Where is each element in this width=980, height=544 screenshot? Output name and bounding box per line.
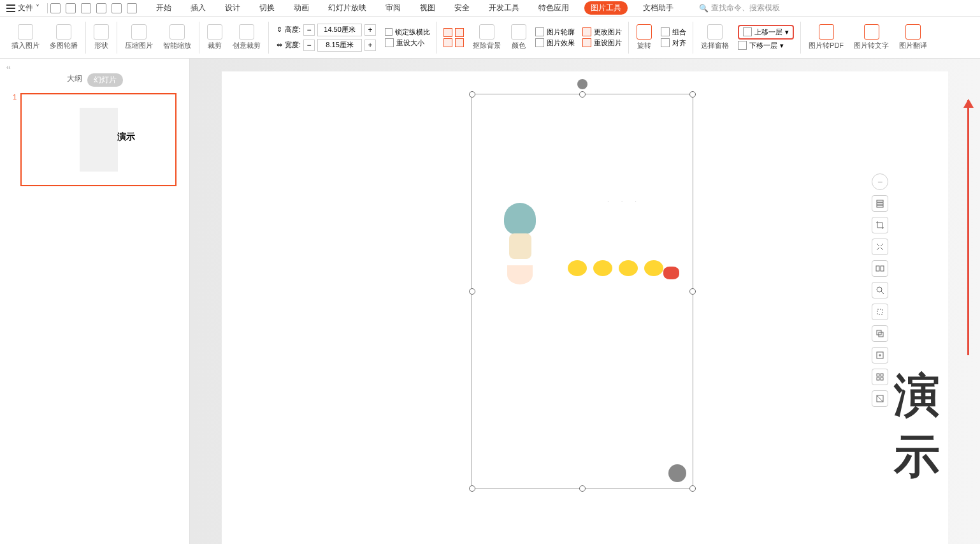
redo-icon[interactable]: [127, 3, 137, 13]
image-outline-button[interactable]: 图片轮廓: [535, 27, 575, 37]
height-input[interactable]: [317, 24, 362, 36]
bring-forward-button[interactable]: 上移一层▾: [738, 25, 794, 40]
send-backward-icon: [738, 41, 747, 50]
tab-review[interactable]: 审阅: [382, 1, 405, 15]
group-button[interactable]: 组合: [661, 27, 686, 37]
contrast-icon[interactable]: [455, 28, 464, 37]
quick-access-toolbar: [50, 3, 137, 13]
outline-tab[interactable]: 大纲: [67, 73, 82, 87]
tab-design[interactable]: 设计: [221, 1, 244, 15]
compress-button[interactable]: 压缩图片: [120, 24, 158, 50]
select-pane-button[interactable]: 选择窗格: [696, 24, 734, 50]
width-minus-button[interactable]: −: [303, 40, 315, 51]
float-copy-button[interactable]: [872, 325, 888, 342]
to-pdf-button[interactable]: 图片转PDF: [803, 24, 849, 50]
svg-point-5: [877, 287, 882, 292]
tab-transition[interactable]: 切换: [256, 1, 278, 15]
to-text-button[interactable]: 图片转文字: [849, 24, 894, 50]
tab-animation[interactable]: 动画: [290, 1, 313, 15]
tab-start[interactable]: 开始: [152, 1, 175, 15]
float-blank-button[interactable]: [872, 390, 888, 407]
remove-bg-button[interactable]: 抠除背景: [468, 24, 506, 50]
tab-security[interactable]: 安全: [450, 1, 473, 15]
canvas-area: . . . 演示 −: [190, 59, 980, 544]
insert-image-button[interactable]: 插入图片: [6, 24, 45, 50]
float-collapse-button[interactable]: −: [872, 173, 888, 190]
float-select-button[interactable]: [872, 304, 888, 320]
tab-doc-helper[interactable]: 文档助手: [639, 1, 677, 15]
float-export-button[interactable]: [872, 347, 888, 364]
collapse-button[interactable]: ‹‹: [0, 64, 189, 71]
sun-icon[interactable]: [443, 38, 452, 47]
float-expand-button[interactable]: [872, 239, 888, 255]
height-plus-button[interactable]: +: [364, 24, 376, 36]
preview-icon[interactable]: [81, 3, 91, 13]
selected-image[interactable]: . . .: [472, 94, 693, 489]
image-action-button[interactable]: [668, 464, 686, 482]
crop-button[interactable]: 裁剪: [202, 24, 227, 50]
shape-button[interactable]: 形状: [89, 24, 114, 50]
tab-special[interactable]: 特色应用: [535, 1, 573, 15]
slide-thumbnail[interactable]: 演示: [20, 93, 177, 186]
float-compare-button[interactable]: [872, 260, 888, 277]
creative-crop-button[interactable]: 创意裁剪: [227, 24, 266, 50]
hamburger-icon: [6, 8, 15, 9]
multi-outline-button[interactable]: 多图轮播: [45, 24, 83, 50]
height-minus-button[interactable]: −: [303, 24, 315, 36]
reset-size-icon: [385, 38, 394, 47]
resize-handle-tr[interactable]: [689, 91, 696, 98]
smart-scale-button[interactable]: 智能缩放: [158, 24, 196, 50]
tab-insert[interactable]: 插入: [187, 1, 210, 15]
rotate-button[interactable]: 旋转: [631, 24, 657, 50]
save-icon[interactable]: [50, 3, 61, 13]
change-image-button[interactable]: 更改图片: [582, 27, 622, 37]
align-button[interactable]: 对齐: [661, 38, 686, 48]
print-icon[interactable]: [66, 3, 76, 13]
resize-handle-br[interactable]: [689, 485, 696, 492]
tab-slideshow[interactable]: 幻灯片放映: [324, 1, 370, 15]
resize-handle-mr[interactable]: [689, 288, 696, 295]
search-icon[interactable]: [96, 3, 106, 13]
image-effect-button[interactable]: 图片效果: [535, 38, 575, 48]
width-plus-button[interactable]: +: [364, 40, 376, 51]
creative-crop-icon: [239, 24, 254, 40]
height-label: 高度:: [285, 25, 301, 34]
resize-handle-ml[interactable]: [469, 288, 475, 295]
ribbon-toolbar: 插入图片 多图轮播 形状 压缩图片 智能缩放 裁剪 创意裁剪 ⇕ 高度: − +: [0, 17, 980, 59]
search-box[interactable]: 🔍 查找命令、搜索模板: [699, 3, 780, 13]
bright-icon[interactable]: [443, 28, 452, 37]
scale-icon: [169, 24, 185, 40]
reset-size-button[interactable]: 重设大小: [385, 38, 430, 48]
resize-handle-tm[interactable]: [579, 91, 586, 98]
reset-image-icon: [582, 38, 591, 47]
resize-handle-tl[interactable]: [469, 91, 475, 98]
width-input[interactable]: [317, 39, 362, 52]
content-area: ‹‹ 大纲 幻灯片 1 演示: [0, 59, 980, 544]
resize-handle-bm[interactable]: [579, 485, 586, 492]
slide[interactable]: . . . 演示: [222, 71, 948, 544]
float-grid-button[interactable]: [872, 369, 888, 385]
big-text[interactable]: 演示: [894, 365, 948, 487]
file-menu[interactable]: 文件 ˅: [6, 3, 40, 13]
reset-image-button[interactable]: 重设图片: [582, 38, 622, 48]
color-button[interactable]: 颜色: [506, 24, 531, 50]
tab-image-tools[interactable]: 图片工具: [584, 1, 628, 15]
outline-icon: [535, 27, 544, 36]
translate-button[interactable]: 图片翻译: [894, 24, 932, 50]
tab-devtools[interactable]: 开发工具: [485, 1, 523, 15]
slides-panel: ‹‹ 大纲 幻灯片 1 演示: [0, 59, 190, 544]
image-content: . . .: [485, 190, 680, 305]
float-zoom-button[interactable]: [872, 282, 888, 298]
lock-ratio-checkbox[interactable]: 锁定纵横比: [385, 27, 430, 37]
float-layers-button[interactable]: [872, 195, 888, 212]
resize-handle-bl[interactable]: [469, 485, 475, 492]
tab-view[interactable]: 视图: [416, 1, 439, 15]
rotate-handle[interactable]: [577, 79, 587, 89]
moon-icon[interactable]: [455, 38, 464, 47]
slides-tab[interactable]: 幻灯片: [87, 73, 123, 87]
undo-icon[interactable]: [112, 3, 122, 13]
send-backward-button[interactable]: 下移一层▾: [738, 41, 794, 50]
float-crop-button[interactable]: [872, 217, 888, 233]
arrow-head-icon: [963, 99, 974, 108]
slide-number: 1: [13, 93, 17, 186]
